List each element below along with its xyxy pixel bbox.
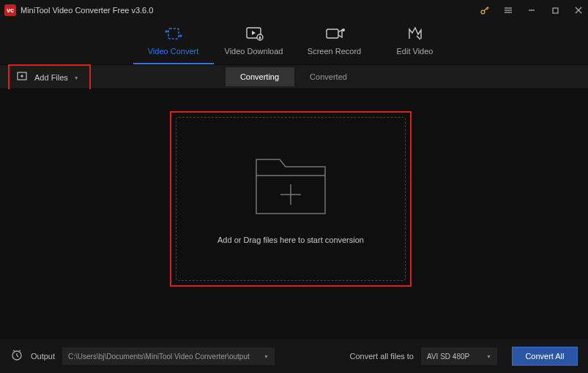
edit-icon (375, 25, 455, 42)
nav-label: Screen Record (294, 47, 375, 56)
convert-icon (133, 25, 214, 42)
record-icon (294, 25, 375, 42)
main-nav: Video Convert Video Download Screen Reco… (0, 20, 588, 64)
app-logo: vc (4, 4, 16, 16)
nav-video-download[interactable]: Video Download (214, 25, 294, 64)
app-title: MiniTool Video Converter Free v3.6.0 (21, 6, 480, 15)
clock-icon[interactable] (10, 348, 23, 364)
nav-label: Video Convert (133, 47, 214, 56)
key-icon[interactable] (480, 5, 490, 15)
nav-label: Edit Video (375, 47, 455, 56)
format-text: AVI SD 480P (427, 353, 469, 361)
output-path-text: C:\Users\bj\Documents\MiniTool Video Con… (68, 353, 250, 361)
output-label: Output (31, 352, 55, 361)
add-files-highlight: Add Files ▼ (8, 64, 91, 91)
output-path-select[interactable]: C:\Users\bj\Documents\MiniTool Video Con… (62, 347, 275, 365)
minimize-icon[interactable] (526, 5, 537, 15)
format-select[interactable]: AVI SD 480P ▼ (421, 347, 497, 365)
nav-screen-record[interactable]: Screen Record (294, 25, 375, 64)
chevron-down-icon: ▼ (264, 354, 269, 359)
download-icon (214, 25, 294, 42)
dropzone[interactable]: Add or Drag files here to start conversi… (176, 117, 406, 281)
svg-marker-10 (252, 31, 256, 35)
menu-icon[interactable] (503, 5, 513, 15)
nav-label: Video Download (214, 47, 294, 56)
convert-to-label: Convert all files to (350, 352, 414, 361)
chevron-down-icon: ▼ (74, 75, 79, 80)
add-files-button[interactable]: Add Files ▼ (12, 69, 86, 86)
tab-converting[interactable]: Converting (226, 67, 294, 86)
add-file-icon (17, 71, 29, 84)
chevron-down-icon: ▼ (486, 354, 491, 359)
folder-add-icon (250, 154, 331, 222)
add-files-label: Add Files (34, 73, 68, 82)
svg-point-0 (481, 10, 485, 14)
close-icon[interactable] (573, 5, 584, 15)
convert-all-button[interactable]: Convert All (512, 347, 578, 366)
main-area: Add or Drag files here to start conversi… (0, 89, 588, 353)
nav-edit-video[interactable]: Edit Video (375, 25, 455, 64)
dropzone-highlight: Add or Drag files here to start conversi… (170, 111, 412, 287)
nav-video-convert[interactable]: Video Convert (133, 25, 214, 64)
window-controls (480, 5, 584, 15)
dropzone-hint: Add or Drag files here to start conversi… (217, 236, 364, 244)
svg-rect-12 (327, 29, 338, 38)
tab-converted[interactable]: Converted (294, 67, 363, 86)
svg-rect-5 (553, 8, 558, 13)
svg-rect-8 (168, 29, 179, 39)
titlebar: vc MiniTool Video Converter Free v3.6.0 (0, 0, 588, 20)
status-tabs: Converting Converted (226, 67, 363, 86)
svg-point-13 (342, 29, 345, 31)
maximize-icon[interactable] (550, 5, 560, 15)
footer: Output C:\Users\bj\Documents\MiniTool Vi… (0, 339, 588, 373)
toolbar: Add Files ▼ Converting Converted (0, 64, 588, 89)
